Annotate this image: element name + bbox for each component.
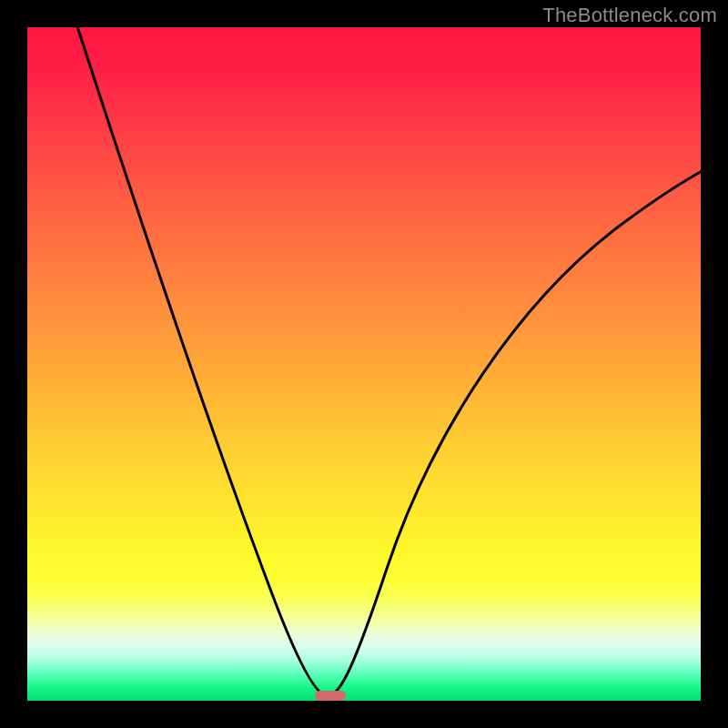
vertex-marker <box>315 691 346 701</box>
watermark-text: TheBottleneck.com <box>542 4 717 27</box>
curve-path <box>75 27 701 696</box>
bottleneck-curve <box>27 27 701 701</box>
plot-area <box>27 27 701 701</box>
chart-frame: TheBottleneck.com <box>0 0 728 728</box>
